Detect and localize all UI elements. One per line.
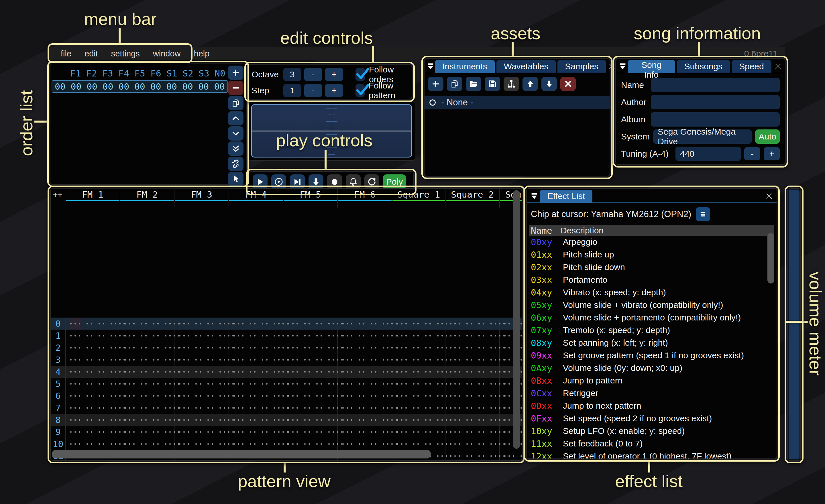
effect-row[interactable]: 06xy Volume slide + portamento (compatib… xyxy=(527,311,776,324)
effect-row[interactable]: 0Bxx Jump to pattern xyxy=(527,374,776,387)
pattern-cell[interactable] xyxy=(229,438,283,450)
repeat-icon[interactable] xyxy=(364,174,379,189)
effect-row[interactable]: 0Axy Volume slide (0y: down; x0: up) xyxy=(527,362,776,374)
pattern-cell[interactable] xyxy=(66,390,120,402)
order-cell[interactable]: 00 xyxy=(179,81,196,92)
broken-link-icon[interactable] xyxy=(228,157,243,171)
pattern-cell[interactable] xyxy=(338,378,392,390)
pattern-cell[interactable] xyxy=(229,426,283,438)
pattern-cell[interactable] xyxy=(66,342,120,354)
pattern-cell[interactable] xyxy=(392,438,445,450)
pattern-row[interactable]: 1 xyxy=(51,330,522,342)
name-input[interactable] xyxy=(651,78,780,92)
pattern-cell[interactable] xyxy=(445,354,500,366)
pattern-row[interactable]: 10 xyxy=(51,438,522,450)
order-cell[interactable]: 00 xyxy=(196,81,212,92)
pattern-cell[interactable] xyxy=(283,378,338,390)
pattern-cell[interactable] xyxy=(445,414,500,426)
effect-row[interactable]: 0Dxx Jump to next pattern xyxy=(527,400,776,412)
channel-header[interactable]: FM 3 xyxy=(174,189,229,207)
pattern-cell[interactable] xyxy=(338,390,392,402)
pattern-cell[interactable] xyxy=(120,414,174,426)
effect-row[interactable]: 09xx Set groove pattern (speed 1 if no g… xyxy=(527,349,776,362)
pattern-cell[interactable] xyxy=(445,438,500,450)
pattern-row[interactable]: 9 xyxy=(51,426,522,438)
pattern-cell[interactable] xyxy=(66,414,120,426)
pattern-cell[interactable] xyxy=(174,354,229,366)
pattern-cell[interactable] xyxy=(445,390,500,402)
pattern-cell[interactable] xyxy=(392,342,445,354)
order-cell[interactable]: 00 xyxy=(116,81,132,92)
metronome-bell-icon[interactable] xyxy=(346,174,361,189)
pattern-cell[interactable] xyxy=(445,342,500,354)
follow-orders-checkbox[interactable] xyxy=(356,68,365,81)
tuning-input[interactable]: 440 xyxy=(675,147,741,161)
pattern-cell[interactable] xyxy=(445,426,500,438)
pattern-vertical-scrollbar[interactable] xyxy=(513,190,520,449)
effect-row[interactable]: 08xy Set panning (x: left; y: right) xyxy=(527,336,776,349)
pattern-cell[interactable] xyxy=(120,354,174,366)
pattern-cell[interactable] xyxy=(392,426,445,438)
menu-item[interactable]: window xyxy=(146,49,188,59)
follow-pattern-checkbox[interactable] xyxy=(356,84,365,97)
pattern-cell[interactable] xyxy=(66,330,120,342)
tree-icon[interactable] xyxy=(504,77,519,91)
pattern-cell[interactable] xyxy=(229,390,283,402)
chevron-up-icon[interactable] xyxy=(228,111,243,125)
delete-x-icon[interactable] xyxy=(560,77,576,91)
assets-tab[interactable]: Wavetables xyxy=(497,60,556,73)
play-icon[interactable] xyxy=(253,174,268,189)
play-circle-icon[interactable] xyxy=(271,174,286,189)
pattern-cell[interactable] xyxy=(66,402,120,414)
pattern-cell[interactable] xyxy=(392,414,445,426)
order-cell[interactable]: 00 xyxy=(84,81,100,92)
pattern-cell[interactable] xyxy=(283,354,338,366)
effect-row[interactable]: 02xx Pitch slide down xyxy=(527,261,776,273)
pattern-cell[interactable] xyxy=(445,330,500,342)
collapse-caret-icon[interactable] xyxy=(528,190,540,202)
pattern-cell[interactable] xyxy=(120,402,174,414)
pattern-cell[interactable] xyxy=(66,426,120,438)
pattern-cell[interactable] xyxy=(174,342,229,354)
pattern-cell[interactable] xyxy=(229,354,283,366)
pattern-cell[interactable] xyxy=(66,354,120,366)
pattern-cell[interactable] xyxy=(392,378,445,390)
pattern-row[interactable]: 8 xyxy=(51,414,522,426)
pattern-cell[interactable] xyxy=(392,354,445,366)
pattern-row[interactable]: 7 xyxy=(51,402,522,414)
pattern-cell[interactable] xyxy=(283,366,338,378)
step-input[interactable]: 1 xyxy=(283,84,301,97)
collapse-caret-icon[interactable] xyxy=(426,60,435,73)
order-cell[interactable]: 00 xyxy=(132,81,148,92)
pattern-cell[interactable] xyxy=(445,378,500,390)
duplicate-icon[interactable] xyxy=(447,77,462,91)
order-cell[interactable]: 00 xyxy=(164,81,179,92)
collapse-caret-icon[interactable] xyxy=(618,60,628,73)
assets-tab[interactable]: Instruments xyxy=(435,60,495,73)
plus-icon[interactable] xyxy=(428,77,443,91)
pattern-cell[interactable] xyxy=(392,366,445,378)
order-cell[interactable]: 00 xyxy=(148,81,164,92)
effect-row[interactable]: 0Fxx Set speed (speed 2 if no grooves ex… xyxy=(527,412,776,425)
pattern-cell[interactable] xyxy=(283,402,338,414)
pattern-cell[interactable] xyxy=(174,318,229,330)
pattern-cell[interactable] xyxy=(338,318,392,330)
effect-table-header[interactable]: Name Description xyxy=(529,225,774,236)
pattern-row[interactable]: 4 xyxy=(51,366,522,378)
channel-name[interactable]: FM 5 xyxy=(283,189,338,200)
order-cell[interactable]: 00 xyxy=(100,81,116,92)
poly-button[interactable]: Poly xyxy=(383,174,406,189)
pattern-cell[interactable] xyxy=(120,390,174,402)
pattern-cell[interactable] xyxy=(229,378,283,390)
song-info-tab[interactable]: Song Info xyxy=(628,60,675,73)
pattern-cell[interactable] xyxy=(66,378,120,390)
pattern-cell[interactable] xyxy=(445,366,500,378)
octave-decrement-button[interactable]: - xyxy=(304,68,322,81)
pattern-cell[interactable] xyxy=(174,426,229,438)
pattern-cell[interactable] xyxy=(120,342,174,354)
channel-header[interactable]: FM 1 xyxy=(66,189,120,207)
pattern-row[interactable]: 5 xyxy=(51,378,522,390)
pattern-cell[interactable] xyxy=(338,438,392,450)
effect-row[interactable]: 01xx Pitch slide up xyxy=(527,248,776,261)
effect-row[interactable]: 03xx Portamento xyxy=(527,273,776,286)
